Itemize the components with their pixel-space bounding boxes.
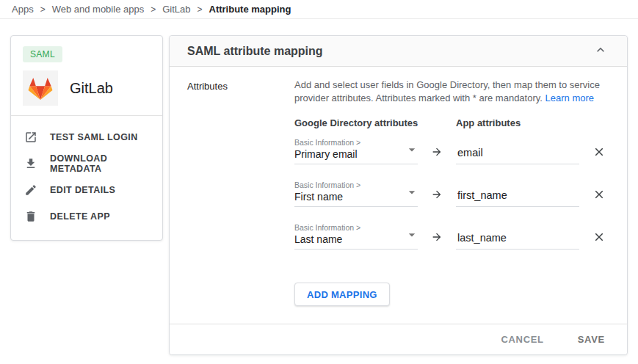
collapse-panel-button[interactable] [592,43,609,60]
google-directory-attributes-header: Google Directory attributes [294,117,456,128]
app-title: GitLab [70,80,113,97]
menu-item-label: DOWNLOAD METADATA [50,153,149,174]
remove-mapping-button[interactable] [590,186,608,203]
edit-details-button[interactable]: EDIT DETAILS [11,177,162,203]
mapping-row: Basic Information > Last name [294,223,609,250]
remove-mapping-button[interactable] [590,228,608,246]
dropdown-category-label: Basic Information > [294,138,402,148]
breadcrumb-gitlab[interactable]: GitLab [162,4,190,15]
attributes-section-content: Add and select user fields in Google Dir… [294,79,609,306]
download-metadata-button[interactable]: DOWNLOAD METADATA [11,150,162,177]
google-attribute-dropdown-first-name[interactable]: Basic Information > First name [294,181,418,207]
breadcrumb-separator: > [40,4,46,15]
app-attribute-field [456,231,579,250]
panel-header: SAML attribute mapping [170,36,627,67]
chevron-up-icon [593,43,608,57]
gitlab-tanuki-icon [28,76,53,100]
dropdown-category-label: Basic Information > [294,223,402,233]
app-actions-menu: TEST SAML LOGIN DOWNLOAD METADATA EDIT D… [11,116,162,238]
mapping-rows: Basic Information > Primary email [294,138,609,250]
mapping-arrow [418,138,456,162]
app-attributes-header: App attributes [456,117,609,128]
menu-item-label: EDIT DETAILS [50,185,115,195]
breadcrumb-web-and-mobile-apps[interactable]: Web and mobile apps [52,4,145,15]
dropdown-arrow-icon [405,142,419,157]
close-icon [592,188,606,201]
mapping-row: Basic Information > First name [294,181,609,207]
mapping-row: Basic Information > Primary email [294,138,609,164]
app-attribute-field [456,146,579,164]
arrow-right-icon [431,189,443,200]
test-saml-login-button[interactable]: TEST SAML LOGIN [11,124,162,150]
cancel-button[interactable]: CANCEL [501,334,543,345]
dropdown-arrow-icon [405,228,419,242]
trash-icon [24,210,37,223]
dropdown-selected-value: First name [294,191,402,203]
app-attribute-input-email[interactable] [456,147,579,164]
breadcrumb-separator: > [197,4,203,15]
app-attribute-input-last-name[interactable] [456,232,579,250]
google-attribute-dropdown-primary-email[interactable]: Basic Information > Primary email [294,138,418,164]
breadcrumb-separator: > [151,4,156,15]
pencil-icon [24,183,37,197]
menu-item-label: DELETE APP [50,211,110,222]
google-attribute-dropdown-last-name[interactable]: Basic Information > Last name [294,223,418,250]
dropdown-arrow-icon [405,185,419,200]
saml-badge: SAML [23,46,62,62]
app-info-card: SAML GitLab TEST SAML LOGIN DOWNLOAD MET… [10,35,163,241]
save-button[interactable]: SAVE [578,334,605,345]
arrow-right-icon [431,231,443,243]
app-attribute-input-first-name[interactable] [456,189,579,207]
mapping-arrow [418,223,456,247]
dropdown-category-label: Basic Information > [294,181,402,190]
menu-item-label: TEST SAML LOGIN [50,132,138,142]
breadcrumb-apps[interactable]: Apps [12,4,34,15]
attributes-section-label: Attributes [187,79,294,306]
column-headers: Google Directory attributes App attribut… [294,117,609,128]
attributes-description: Add and select user fields in Google Dir… [294,79,609,105]
mapping-arrow [418,181,456,205]
remove-mapping-button[interactable] [590,143,608,161]
dropdown-selected-value: Last name [294,233,402,246]
saml-attribute-mapping-panel: SAML attribute mapping Attributes Add an… [169,35,628,355]
learn-more-link[interactable]: Learn more [545,92,594,103]
panel-body: Attributes Add and select user fields in… [170,67,627,306]
panel-title: SAML attribute mapping [187,45,592,58]
app-identity: GitLab [11,62,162,115]
arrow-right-icon [431,146,443,158]
delete-app-button[interactable]: DELETE APP [11,203,162,230]
dropdown-selected-value: Primary email [294,148,402,161]
close-icon [592,230,606,244]
gitlab-logo [23,70,58,106]
panel-footer: CANCEL SAVE [170,324,627,354]
app-attribute-field [456,189,579,207]
open-in-new-icon [24,131,37,144]
close-icon [592,145,606,159]
add-mapping-button[interactable]: ADD MAPPING [294,283,390,306]
breadcrumb: Apps > Web and mobile apps > GitLab > At… [0,0,638,19]
download-icon [24,157,37,170]
breadcrumb-current-page: Attribute mapping [209,4,291,15]
